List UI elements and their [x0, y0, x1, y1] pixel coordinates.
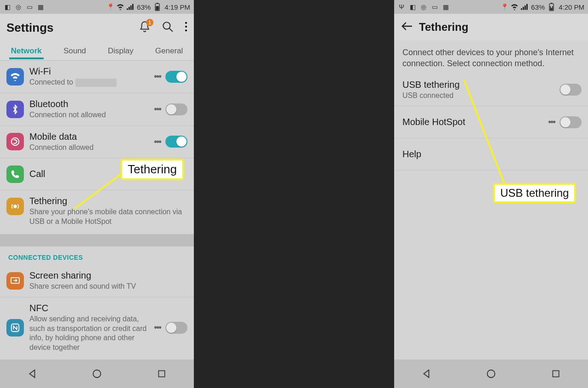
call-title: Call [29, 169, 187, 179]
row-help[interactable]: Help [394, 138, 588, 171]
usb-tethering-sub: USB connected [402, 91, 560, 101]
navigation-bar [394, 359, 588, 388]
page-title: Settings [6, 21, 54, 35]
nav-back-icon[interactable] [420, 367, 433, 380]
ssid-redacted [75, 79, 117, 87]
tethering-header: Tethering [394, 14, 588, 40]
svg-rect-3 [132, 4, 133, 10]
nav-home-icon[interactable] [90, 367, 103, 380]
usb-tethering-title: USB tethering [402, 80, 560, 90]
clock-time: 4:20 PM [559, 3, 584, 11]
navigation-bar [0, 359, 194, 388]
notification-badge: 1 [146, 19, 153, 26]
nav-recent-icon[interactable] [155, 367, 168, 380]
row-wifi[interactable]: Wi-Fi Connected to ••• [0, 61, 194, 93]
usb-icon: Ψ [398, 3, 405, 11]
wifi-icon [511, 3, 518, 11]
nfc-title: NFC [29, 303, 149, 314]
phone-settings-left: ◧ ◎ ▭ ▦ 📍 63% 4:19 PM Settings 1 [0, 0, 194, 388]
tab-network[interactable]: Network [9, 43, 44, 59]
search-icon[interactable] [162, 21, 174, 34]
row-mobile-data[interactable]: Mobile data Connection allowed ••• [0, 126, 194, 159]
row-nfc[interactable]: NFC Allow sending and receiving data, su… [0, 297, 194, 358]
nav-home-icon[interactable] [485, 367, 498, 380]
wifi-icon [117, 3, 124, 11]
photo-icon: ▭ [26, 3, 33, 11]
svg-rect-18 [158, 371, 164, 377]
screen-sharing-sub: Share screen and sound with TV [29, 282, 187, 291]
location-icon: 📍 [107, 3, 114, 11]
overflow-menu-icon[interactable] [185, 22, 187, 34]
bluetooth-toggle[interactable] [165, 103, 187, 115]
signal-icon [521, 3, 528, 11]
row-screen-sharing[interactable]: Screen sharing Share screen and sound wi… [0, 265, 194, 297]
nfc-row-icon [6, 319, 24, 337]
tethering-description: Connect other devices to your phone's In… [394, 40, 588, 74]
row-tethering[interactable]: Tethering Share your phone's mobile data… [0, 190, 194, 234]
signal-icon [127, 3, 134, 11]
row-bluetooth[interactable]: Bluetooth Connection not allowed ••• [0, 93, 194, 126]
tethering-row-icon [6, 198, 24, 215]
mobile-data-toggle[interactable] [165, 136, 187, 148]
svg-rect-5 [156, 6, 158, 10]
svg-rect-1 [129, 7, 130, 10]
mobile-data-sub: Connection allowed [29, 143, 149, 153]
nav-recent-icon[interactable] [549, 367, 562, 380]
wifi-more-icon[interactable]: ••• [154, 71, 161, 82]
mobile-hotspot-more-icon[interactable]: ••• [548, 117, 555, 127]
wifi-sub: Connected to [29, 78, 149, 87]
svg-rect-29 [553, 371, 559, 377]
svg-point-7 [163, 22, 170, 29]
phone-tethering-right: Ψ ◧ ◎ ▭ ▦ 📍 63% 4:20 PM Tethering [394, 0, 588, 388]
tethering-title: Tethering [29, 196, 187, 206]
svg-point-9 [185, 22, 187, 24]
settings-tabs: Network Sound Display General [0, 41, 194, 61]
settings-header: Settings 1 [0, 14, 194, 41]
row-call[interactable]: Call [0, 158, 194, 190]
app-icon: ◧ [4, 3, 11, 11]
tethering-sub: Share your phone's mobile data connectio… [29, 207, 187, 227]
nfc-toggle[interactable] [165, 322, 187, 334]
svg-rect-6 [156, 3, 158, 4]
tab-sound[interactable]: Sound [62, 43, 88, 59]
svg-rect-22 [526, 4, 527, 10]
instagram-icon: ◎ [15, 3, 22, 11]
section-header-connected: CONNECTED DEVICES [0, 246, 194, 265]
tab-display[interactable]: Display [106, 43, 136, 59]
call-row-icon [6, 165, 24, 183]
wifi-row-icon [6, 68, 24, 86]
wifi-toggle[interactable] [165, 71, 187, 83]
location-icon: 📍 [501, 3, 508, 11]
notifications-button[interactable]: 1 [139, 21, 151, 34]
wifi-title: Wi-Fi [29, 66, 149, 77]
svg-rect-20 [523, 7, 524, 10]
screen-sharing-row-icon [6, 272, 24, 290]
status-bar: ◧ ◎ ▭ ▦ 📍 63% 4:19 PM [0, 0, 194, 14]
row-mobile-hotspot[interactable]: Mobile HotSpot ••• [394, 106, 588, 138]
svg-rect-2 [130, 6, 131, 10]
tab-general[interactable]: General [153, 43, 185, 59]
row-usb-tethering[interactable]: USB tethering USB connected [394, 74, 588, 107]
svg-point-13 [14, 205, 17, 208]
battery-percent: 63% [137, 3, 151, 11]
usb-tethering-toggle[interactable] [560, 84, 582, 96]
back-arrow-icon[interactable] [401, 21, 413, 33]
svg-point-17 [93, 370, 101, 378]
clock-time: 4:19 PM [164, 3, 190, 11]
svg-rect-0 [127, 8, 128, 10]
nav-back-icon[interactable] [26, 367, 39, 380]
callout-usb-tethering: USB tethering [493, 183, 576, 203]
news-icon: ▦ [37, 3, 44, 11]
nfc-more-icon[interactable]: ••• [154, 322, 161, 333]
instagram-icon: ◎ [420, 3, 427, 11]
settings-body: Wi-Fi Connected to ••• Bluetooth Connect… [0, 61, 194, 359]
bluetooth-more-icon[interactable]: ••• [154, 104, 161, 114]
mobile-data-more-icon[interactable]: ••• [154, 137, 161, 147]
status-bar: Ψ ◧ ◎ ▭ ▦ 📍 63% 4:20 PM [394, 0, 588, 14]
battery-icon [153, 3, 161, 11]
svg-point-11 [185, 29, 187, 31]
svg-point-12 [11, 138, 19, 146]
svg-point-10 [185, 26, 187, 28]
svg-line-8 [169, 28, 173, 32]
mobile-hotspot-toggle[interactable] [560, 116, 582, 128]
